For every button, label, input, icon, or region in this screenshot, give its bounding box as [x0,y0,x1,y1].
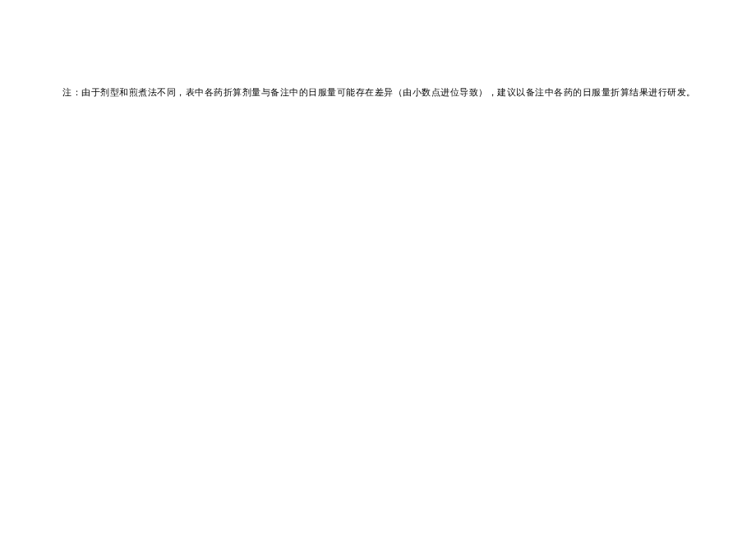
note-annotation: 注：由于剂型和煎煮法不同，表中各药折算剂量与备注中的日服量可能存在差异（由小数点… [62,86,696,99]
